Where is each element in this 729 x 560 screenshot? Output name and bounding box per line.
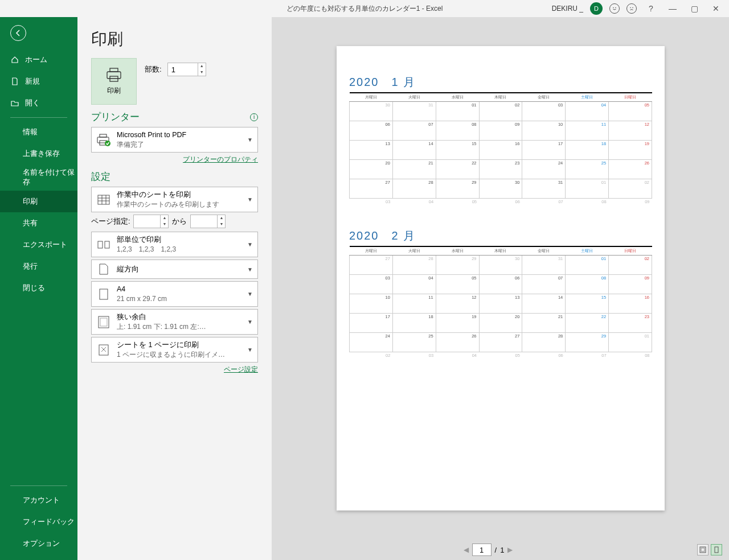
svg-rect-16 bbox=[98, 241, 103, 248]
print-preview: 20201 月月曜日火曜日水曜日木曜日金曜日土曜日日曜日303101020304… bbox=[272, 17, 729, 540]
feedback-frown-icon[interactable] bbox=[626, 3, 637, 14]
page-to-spinner[interactable]: ▲▼ bbox=[190, 215, 226, 228]
sidebar-saveas[interactable]: 名前を付けて保存 bbox=[0, 164, 77, 191]
sidebar-close[interactable]: 閉じる bbox=[0, 277, 77, 299]
page-setup-link[interactable]: ページ設定 bbox=[224, 365, 258, 373]
title-bar: どの年度にも対応する月単位のカレンダー1 - Excel DEKIRU _ D … bbox=[0, 0, 729, 17]
printer-properties-link[interactable]: プリンターのプロパティ bbox=[183, 155, 258, 163]
svg-rect-20 bbox=[100, 318, 107, 326]
calendar-title: 20202 月 bbox=[349, 228, 652, 244]
page-number-input[interactable] bbox=[472, 543, 492, 556]
back-button[interactable] bbox=[0, 17, 77, 49]
scaling-dropdown[interactable]: シートを 1 ページに印刷1 ページに収まるように印刷イメ… ▼ bbox=[91, 337, 258, 363]
user-avatar[interactable]: D bbox=[590, 2, 603, 15]
minimize-button[interactable]: — bbox=[665, 4, 680, 13]
settings-section-header: 設定 bbox=[91, 170, 258, 183]
home-icon bbox=[10, 55, 19, 64]
sidebar-feedback[interactable]: フィードバック bbox=[0, 511, 77, 533]
page-to-label: から bbox=[172, 217, 187, 227]
collate-icon bbox=[96, 240, 111, 250]
spin-up-icon[interactable]: ▲ bbox=[198, 63, 206, 69]
svg-rect-11 bbox=[98, 195, 109, 204]
svg-rect-23 bbox=[701, 548, 705, 551]
page-navigator: ◀ / 1 ▶ bbox=[464, 543, 513, 556]
page-from-input[interactable] bbox=[134, 215, 160, 228]
calendar-table: 月曜日火曜日水曜日木曜日金曜日土曜日日曜日2728293031010203040… bbox=[349, 246, 652, 372]
window-title: どの年度にも対応する月単位のカレンダー1 - Excel bbox=[286, 4, 443, 14]
printer-status-icon bbox=[96, 134, 111, 146]
printer-name: Microsoft Print to PDF bbox=[117, 130, 241, 140]
info-icon[interactable]: i bbox=[250, 113, 258, 121]
margins-dropdown[interactable]: 狭い余白上: 1.91 cm 下: 1.91 cm 左:… ▼ bbox=[91, 309, 258, 335]
chevron-down-icon: ▼ bbox=[247, 196, 253, 203]
svg-rect-7 bbox=[100, 134, 107, 137]
print-settings-panel: 印刷 印刷 部数: ▲▼ プリンター i bbox=[77, 17, 272, 560]
svg-point-3 bbox=[632, 7, 633, 9]
sidebar-export[interactable]: エクスポート bbox=[0, 234, 77, 256]
help-button[interactable]: ? bbox=[644, 4, 658, 13]
paper-icon bbox=[96, 289, 111, 300]
prev-page-button[interactable]: ◀ bbox=[464, 546, 469, 554]
page-title: 印刷 bbox=[91, 28, 258, 50]
calendar-table: 月曜日火曜日水曜日木曜日金曜日土曜日日曜日3031010203040506070… bbox=[349, 92, 652, 218]
sidebar-save[interactable]: 上書き保存 bbox=[0, 143, 77, 164]
printer-icon bbox=[105, 68, 122, 83]
svg-rect-4 bbox=[110, 68, 118, 72]
printer-dropdown[interactable]: Microsoft Print to PDF 準備完了 ▼ bbox=[91, 127, 258, 153]
collate-dropdown[interactable]: 部単位で印刷1,2,3 1,2,3 1,2,3 ▼ bbox=[91, 232, 258, 257]
copies-spinner[interactable]: ▲▼ bbox=[167, 63, 206, 76]
back-arrow-icon bbox=[10, 25, 26, 41]
fit-page-icon bbox=[96, 344, 111, 356]
show-margins-button[interactable] bbox=[697, 544, 708, 555]
svg-point-2 bbox=[630, 7, 631, 9]
sheet-icon bbox=[96, 195, 111, 205]
sidebar-new[interactable]: 新規 bbox=[0, 71, 77, 92]
chevron-down-icon: ▼ bbox=[247, 291, 253, 297]
backstage-sidebar: ホーム 新規 開く 情報 上書き保存 名前を付けて保存 印刷 共有 エクスポート… bbox=[0, 17, 77, 560]
next-page-button[interactable]: ▶ bbox=[507, 546, 513, 554]
sidebar-home[interactable]: ホーム bbox=[0, 49, 77, 71]
copies-label: 部数: bbox=[145, 64, 162, 75]
sidebar-open[interactable]: 開く bbox=[0, 92, 77, 114]
svg-point-0 bbox=[613, 7, 614, 9]
sidebar-account[interactable]: アカウント bbox=[0, 489, 77, 511]
spin-down-icon[interactable]: ▼ bbox=[198, 69, 206, 76]
page-range-label: ページ指定: bbox=[91, 217, 130, 227]
chevron-down-icon: ▼ bbox=[247, 266, 253, 273]
user-name[interactable]: DEKIRU _ bbox=[552, 5, 583, 13]
printer-status: 準備完了 bbox=[117, 140, 241, 149]
sidebar-info[interactable]: 情報 bbox=[0, 121, 77, 143]
feedback-smile-icon[interactable] bbox=[609, 3, 620, 14]
copies-input[interactable] bbox=[168, 63, 198, 76]
close-window-button[interactable]: ✕ bbox=[708, 4, 723, 13]
sidebar-publish[interactable]: 発行 bbox=[0, 256, 77, 277]
sidebar-share[interactable]: 共有 bbox=[0, 212, 77, 234]
svg-rect-24 bbox=[715, 547, 718, 553]
chevron-down-icon: ▼ bbox=[247, 319, 253, 325]
open-icon bbox=[10, 98, 19, 108]
page-total: 1 bbox=[500, 546, 504, 554]
margins-icon bbox=[96, 316, 111, 328]
chevron-down-icon: ▼ bbox=[247, 347, 253, 353]
print-button[interactable]: 印刷 bbox=[91, 58, 137, 105]
zoom-to-page-button[interactable] bbox=[711, 544, 722, 555]
svg-point-10 bbox=[105, 141, 110, 146]
svg-rect-18 bbox=[100, 289, 108, 299]
svg-rect-5 bbox=[107, 72, 121, 79]
orientation-dropdown[interactable]: 縦方向 ▼ bbox=[91, 260, 258, 279]
orientation-icon bbox=[96, 263, 111, 275]
paper-size-dropdown[interactable]: A421 cm x 29.7 cm ▼ bbox=[91, 281, 258, 307]
svg-point-1 bbox=[615, 7, 616, 9]
sidebar-print[interactable]: 印刷 bbox=[0, 191, 77, 212]
chevron-down-icon: ▼ bbox=[247, 241, 253, 248]
svg-rect-17 bbox=[105, 241, 109, 248]
page-to-input[interactable] bbox=[191, 215, 217, 228]
sidebar-options[interactable]: オプション bbox=[0, 533, 77, 554]
calendar-title: 20201 月 bbox=[349, 75, 652, 90]
svg-rect-21 bbox=[99, 345, 108, 355]
maximize-button[interactable]: ▢ bbox=[687, 4, 702, 13]
chevron-down-icon: ▼ bbox=[247, 137, 253, 143]
page-from-spinner[interactable]: ▲▼ bbox=[133, 215, 169, 228]
print-scope-dropdown[interactable]: 作業中のシートを印刷作業中のシートのみを印刷します ▼ bbox=[91, 187, 258, 212]
new-icon bbox=[10, 77, 19, 86]
